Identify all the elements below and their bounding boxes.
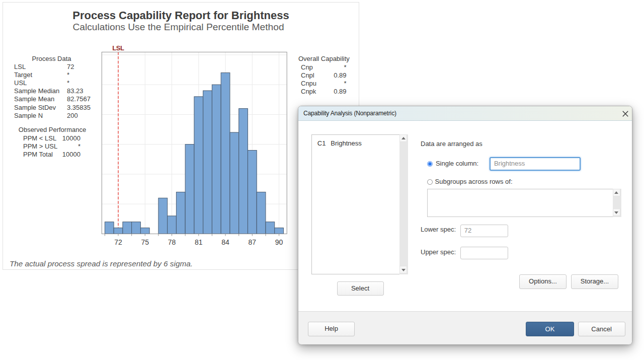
svg-text:90: 90	[275, 238, 283, 246]
svg-text:87: 87	[249, 238, 257, 246]
svg-text:75: 75	[141, 238, 149, 246]
svg-text:72: 72	[114, 238, 122, 246]
svg-text:81: 81	[195, 238, 203, 246]
svg-text:84: 84	[221, 238, 229, 246]
svg-text:78: 78	[168, 238, 176, 246]
svg-text:LSL: LSL	[112, 44, 124, 52]
